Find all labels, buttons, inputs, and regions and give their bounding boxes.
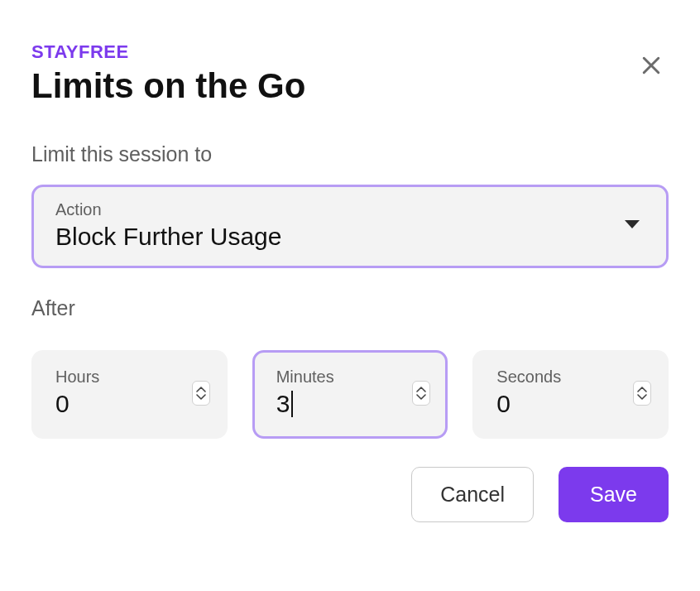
seconds-label: Seconds xyxy=(496,368,561,387)
chevron-down-icon xyxy=(196,393,206,400)
svg-marker-2 xyxy=(625,220,640,228)
header-text: STAYFREE Limits on the Go xyxy=(31,41,305,106)
dialog-title: Limits on the Go xyxy=(31,66,305,106)
save-button[interactable]: Save xyxy=(559,467,669,522)
brand-label: STAYFREE xyxy=(31,41,305,63)
minutes-label: Minutes xyxy=(276,368,334,387)
cancel-button[interactable]: Cancel xyxy=(411,467,534,522)
minutes-stepper[interactable]: Minutes 3 xyxy=(252,350,448,439)
chevron-down-icon xyxy=(637,393,647,400)
seconds-stepper[interactable]: Seconds 0 xyxy=(472,350,669,439)
close-icon xyxy=(639,53,664,78)
hours-value: 0 xyxy=(55,390,99,418)
dialog-actions: Cancel Save xyxy=(31,467,669,522)
chevron-up-icon xyxy=(637,387,647,393)
action-select-value: Block Further Usage xyxy=(55,223,281,251)
chevron-down-icon xyxy=(416,393,426,400)
after-label: After xyxy=(31,296,669,320)
dialog-header: STAYFREE Limits on the Go xyxy=(31,41,669,106)
time-row: Hours 0 Minutes 3 xyxy=(31,350,669,439)
seconds-value: 0 xyxy=(496,390,561,418)
chevron-down-icon xyxy=(623,219,641,233)
hours-spin-buttons[interactable] xyxy=(192,381,210,406)
close-button[interactable] xyxy=(634,48,669,83)
chevron-up-icon xyxy=(196,387,206,393)
minutes-spin-buttons[interactable] xyxy=(412,381,430,406)
hours-label: Hours xyxy=(55,368,99,387)
minutes-value-text: 3 xyxy=(276,390,290,418)
text-cursor xyxy=(291,391,293,417)
session-label: Limit this session to xyxy=(31,142,669,166)
action-select-text: Action Block Further Usage xyxy=(55,200,281,251)
minutes-value: 3 xyxy=(276,390,334,418)
hours-stepper[interactable]: Hours 0 xyxy=(31,350,228,439)
action-select[interactable]: Action Block Further Usage xyxy=(31,185,669,268)
action-select-label: Action xyxy=(55,200,281,219)
seconds-spin-buttons[interactable] xyxy=(633,381,651,406)
chevron-up-icon xyxy=(416,387,426,393)
